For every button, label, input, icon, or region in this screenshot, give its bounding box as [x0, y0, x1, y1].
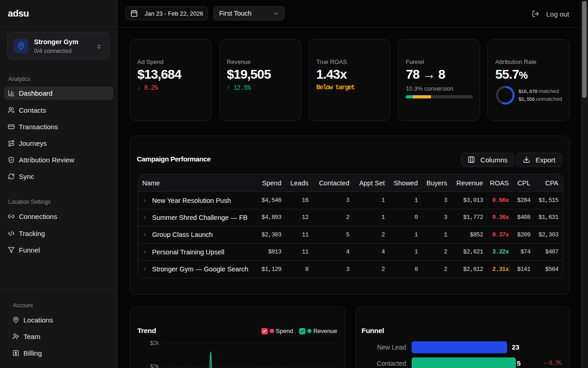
svg-text:$2k: $2k — [150, 340, 159, 346]
svg-text:$2k: $2k — [150, 363, 159, 368]
